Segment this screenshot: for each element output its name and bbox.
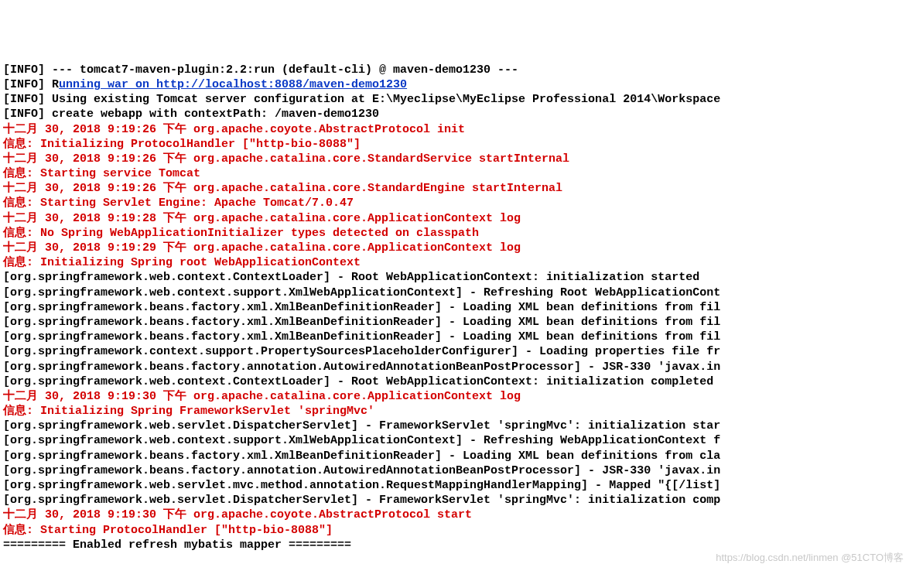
log-line: [org.springframework.beans.factory.xml.X… [3,330,913,344]
log-text: ========= Enabled refresh mybatis mapper… [3,538,351,552]
watermark-text: https://blog.csdn.net/linmen @51CTO博客 [716,552,904,565]
log-line: 十二月 30, 2018 9:19:29 下午 org.apache.catal… [3,241,913,255]
log-line: [org.springframework.beans.factory.xml.X… [3,449,913,463]
log-text: 十二月 30, 2018 9:19:30 下午 org.apache.coyot… [3,508,472,521]
log-text: [org.springframework.web.context.Context… [3,271,699,284]
log-line: 十二月 30, 2018 9:19:26 下午 org.apache.coyot… [3,122,913,137]
log-line: 信息: No Spring WebApplicationInitializer … [3,226,913,241]
log-text: 十二月 30, 2018 9:19:26 下午 org.apache.coyot… [3,123,465,136]
log-line: [org.springframework.beans.factory.xml.X… [3,315,913,330]
log-text: 十二月 30, 2018 9:19:30 下午 org.apache.catal… [3,390,521,403]
log-line: [org.springframework.web.servlet.Dispatc… [3,419,913,433]
log-text: [org.springframework.web.servlet.Dispatc… [3,494,720,507]
log-text: [org.springframework.web.servlet.mvc.met… [3,479,720,492]
log-line: 信息: Initializing Spring root WebApplicat… [3,255,913,270]
log-line: [org.springframework.web.context.support… [3,433,913,448]
log-line: [org.springframework.web.servlet.mvc.met… [3,478,913,493]
log-text: 信息: Starting Servlet Engine: Apache Tomc… [3,197,354,210]
log-line: [INFO] create webapp with contextPath: /… [3,107,913,121]
log-line: [org.springframework.beans.factory.annot… [3,360,913,374]
log-text: 十二月 30, 2018 9:19:29 下午 org.apache.catal… [3,241,521,255]
log-text: 信息: No Spring WebApplicationInitializer … [3,227,479,240]
log-line: 信息: Starting ProtocolHandler ["http-bio-… [3,523,913,538]
log-text: 信息: Initializing Spring FrameworkServlet… [3,405,374,418]
log-line: 十二月 30, 2018 9:19:26 下午 org.apache.catal… [3,181,913,196]
log-line: [INFO] Using existing Tomcat server conf… [3,92,913,107]
log-line: [org.springframework.web.context.Context… [3,374,913,389]
log-line: [org.springframework.beans.factory.xml.X… [3,300,913,315]
log-line: [org.springframework.web.servlet.Dispatc… [3,493,913,508]
log-line: ========= Enabled refresh mybatis mapper… [3,538,913,552]
log-text: 十二月 30, 2018 9:19:26 下午 org.apache.catal… [3,182,562,195]
log-text: [org.springframework.beans.factory.xml.X… [3,301,720,314]
log-text: 信息: Starting service Tomcat [3,167,200,180]
log-line: 十二月 30, 2018 9:19:26 下午 org.apache.catal… [3,152,913,166]
console-output[interactable]: [INFO] --- tomcat7-maven-plugin:2.2:run … [3,63,913,552]
log-text: [INFO] Using existing Tomcat server conf… [3,93,720,106]
log-text: [org.springframework.beans.factory.xml.X… [3,330,720,344]
log-text: 信息: Initializing ProtocolHandler ["http-… [3,138,361,151]
log-line: [INFO] Running war on http://localhost:8… [3,77,913,92]
log-line: [org.springframework.web.context.Context… [3,270,913,285]
log-text: 十二月 30, 2018 9:19:28 下午 org.apache.catal… [3,212,521,225]
log-text: [org.springframework.beans.factory.annot… [3,361,720,374]
log-line: [org.springframework.beans.factory.annot… [3,463,913,478]
log-line: 十二月 30, 2018 9:19:30 下午 org.apache.coyot… [3,508,913,522]
log-text: [INFO] create webapp with contextPath: /… [3,108,379,121]
log-text: [org.springframework.beans.factory.annot… [3,464,720,477]
log-link[interactable]: unning war on http://localhost:8088/mave… [59,78,407,91]
log-text: 十二月 30, 2018 9:19:26 下午 org.apache.catal… [3,152,569,166]
log-text: [INFO] --- tomcat7-maven-plugin:2.2:run … [3,63,518,77]
log-text: [org.springframework.beans.factory.xml.X… [3,450,720,463]
log-line: 十二月 30, 2018 9:19:28 下午 org.apache.catal… [3,211,913,226]
log-line: 信息: Initializing ProtocolHandler ["http-… [3,137,913,152]
log-line: [org.springframework.context.support.Pro… [3,344,913,359]
log-line: 信息: Initializing Spring FrameworkServlet… [3,404,913,419]
log-text: [org.springframework.web.context.support… [3,286,720,299]
log-line: 信息: Starting Servlet Engine: Apache Tomc… [3,196,913,210]
log-text: [org.springframework.beans.factory.xml.X… [3,316,720,329]
log-text: 信息: Starting ProtocolHandler ["http-bio-… [3,524,333,537]
log-line: 十二月 30, 2018 9:19:30 下午 org.apache.catal… [3,389,913,404]
log-line: 信息: Starting service Tomcat [3,166,913,181]
log-line: [org.springframework.web.context.support… [3,285,913,300]
log-text: 信息: Initializing Spring root WebApplicat… [3,256,361,269]
log-text: [org.springframework.web.context.support… [3,434,720,447]
log-line: [INFO] --- tomcat7-maven-plugin:2.2:run … [3,63,913,77]
log-text: [org.springframework.context.support.Pro… [3,345,720,358]
log-text: [org.springframework.web.servlet.Dispatc… [3,419,720,432]
log-text: [INFO] R [3,78,59,91]
log-text: [org.springframework.web.context.Context… [3,375,720,388]
